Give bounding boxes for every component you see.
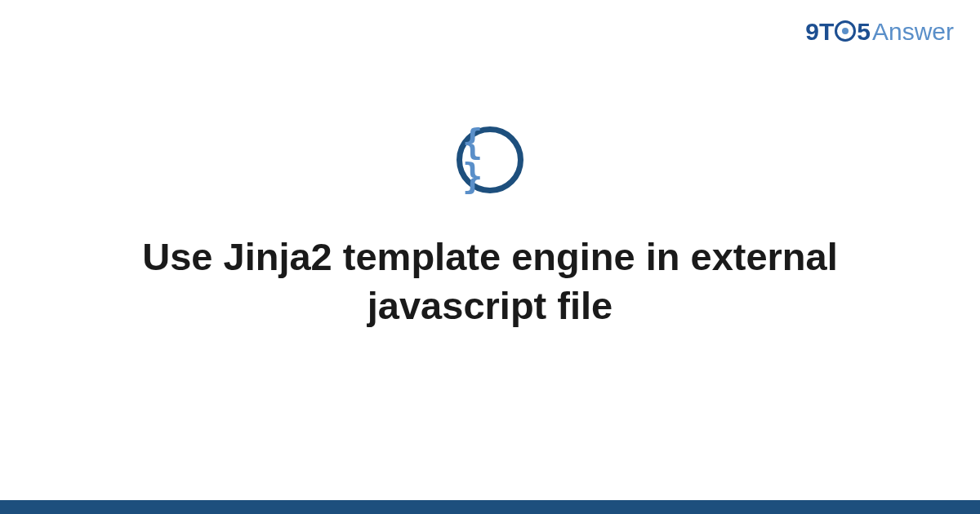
main-content: { } Use Jinja2 template engine in extern… (0, 0, 980, 514)
category-icon-circle: { } (457, 126, 523, 193)
page-title: Use Jinja2 template engine in external j… (122, 233, 858, 330)
braces-icon: { } (462, 126, 518, 194)
footer-bar (0, 500, 980, 514)
